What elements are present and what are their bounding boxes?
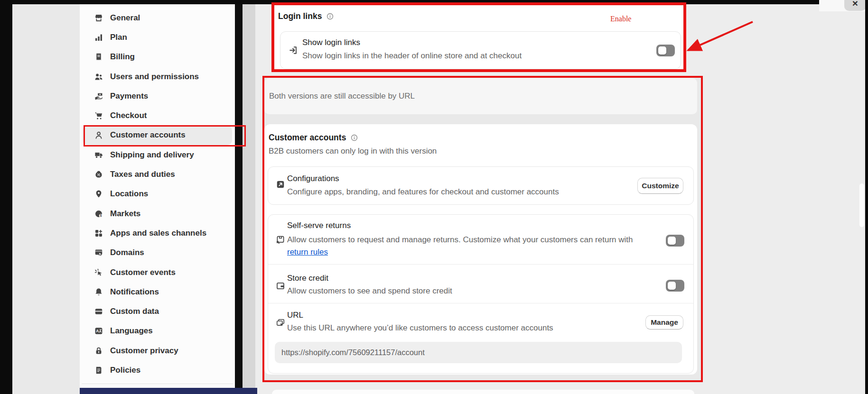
customer-accounts-title: Customer accounts: [269, 133, 346, 143]
configurations-title: Configurations: [287, 174, 339, 183]
domains-icon: [94, 248, 103, 257]
sidebar-item-label: Locations: [110, 189, 148, 199]
sidebar-item-shipping-and-delivery[interactable]: Shipping and delivery: [83, 145, 232, 165]
svg-text:$: $: [100, 214, 102, 218]
sidebar-item-custom-data[interactable]: Custom data: [83, 302, 232, 321]
account-url-field[interactable]: https://shopify.com/75609211157/account: [275, 342, 682, 363]
window-frame-right: [865, 0, 868, 394]
sidebar-item-apps-and-sales-channels[interactable]: Apps and sales channels: [83, 223, 232, 243]
sidebar-item-customer-privacy[interactable]: Customer privacy: [83, 341, 232, 360]
locations-icon: [94, 189, 103, 199]
sidebar-item-label: Markets: [110, 209, 140, 219]
taxes-icon: [94, 170, 103, 179]
sidebar-item-label: Policies: [110, 366, 140, 375]
sidebar-item-users-and-permissions[interactable]: Users and permissions: [83, 67, 232, 86]
sidebar-item-domains[interactable]: Domains: [83, 243, 232, 263]
sidebar-item-markets[interactable]: $ Markets: [83, 204, 232, 223]
url-title: URL: [287, 311, 303, 320]
settings-nav: General Plan Billing Users and permissio…: [80, 8, 235, 380]
markets-icon: $: [94, 209, 103, 219]
wallet-icon: [275, 281, 286, 291]
apps-icon: [94, 229, 103, 238]
sidebar-item-locations[interactable]: Locations: [83, 184, 232, 204]
sidebar-item-payments[interactable]: Payments: [83, 86, 232, 106]
shipping-icon: [94, 150, 103, 160]
show-login-links-card: Show login links Show login links in the…: [280, 31, 681, 69]
sidebar-item-label: Shipping and delivery: [110, 150, 194, 160]
account-features-card: Self-serve returns Allow customers to re…: [268, 214, 694, 374]
url-copy-icon: [275, 318, 286, 328]
sidebar-item-customer-accounts[interactable]: Customer accounts: [83, 126, 232, 145]
sidebar-divider: [82, 384, 233, 384]
self-serve-returns-description: Allow customers to request and manage re…: [287, 234, 642, 258]
sidebar-item-label: Custom data: [110, 307, 159, 316]
sidebar-item-plan[interactable]: Plan: [83, 27, 232, 47]
background-window-strip: [80, 388, 257, 394]
customer-accounts-card: Customer accounts B2B customers can only…: [264, 124, 697, 375]
sidebar-item-customer-events[interactable]: Customer events: [83, 263, 232, 282]
customer-events-icon: [94, 268, 103, 277]
sidebar-item-label: Customer accounts: [110, 130, 186, 140]
store-credit-toggle[interactable]: [666, 280, 684, 292]
sidebar-item-label: Apps and sales channels: [110, 229, 206, 238]
window-seam: [235, 4, 243, 388]
configurations-card: Configurations Configure apps, branding,…: [268, 166, 694, 205]
configurations-icon: [275, 179, 286, 190]
enable-annotation: Enable: [610, 15, 631, 23]
sidebar-item-label: Billing: [110, 52, 135, 62]
scrollbar-thumb[interactable]: [859, 183, 864, 227]
sidebar-item-policies[interactable]: Policies: [83, 360, 232, 380]
annotation-box-login-links: Login links Enable Show login links Show…: [271, 2, 686, 72]
row-divider: [268, 303, 693, 303]
annotation-arrow: [678, 16, 758, 56]
shopify-settings-window: General Plan Billing Users and permissio…: [0, 0, 868, 394]
sidebar-item-label: Customer privacy: [110, 346, 178, 356]
sidebar-item-checkout[interactable]: Checkout: [83, 106, 232, 125]
notifications-icon: [94, 287, 103, 297]
annotation-box-customer-accounts: Both versions are still accessible by UR…: [262, 76, 703, 382]
manage-button[interactable]: Manage: [645, 315, 683, 330]
sidebar-item-taxes-and-duties[interactable]: Taxes and duties: [83, 165, 232, 184]
users-icon: [94, 72, 103, 82]
sidebar-item-languages[interactable]: A Languages: [83, 321, 232, 341]
plan-icon: [94, 33, 103, 42]
row-divider: [268, 264, 693, 265]
close-button[interactable]: ×: [844, 0, 866, 11]
next-section-card-partial: [272, 390, 694, 394]
accessibility-banner: Both versions are still accessible by UR…: [264, 78, 697, 114]
checkout-icon: [94, 111, 103, 120]
configurations-description: Configure apps, branding, and features f…: [287, 187, 559, 197]
self-serve-returns-title: Self-serve returns: [287, 221, 351, 230]
customer-accounts-icon: [94, 130, 103, 140]
account-url-value: https://shopify.com/75609211157/account: [281, 348, 425, 357]
sidebar-item-label: Checkout: [110, 111, 147, 120]
customer-accounts-subtitle: B2B customers can only log in with this …: [269, 147, 437, 156]
settings-sidebar: General Plan Billing Users and permissio…: [80, 4, 235, 388]
sidebar-item-billing[interactable]: Billing: [83, 47, 232, 67]
info-icon[interactable]: [350, 134, 358, 142]
payments-icon: [94, 92, 103, 101]
store-icon: [94, 13, 103, 23]
sidebar-item-label: Languages: [110, 326, 153, 336]
info-icon[interactable]: [326, 12, 334, 20]
returns-package-icon: [275, 234, 286, 245]
languages-icon: A: [94, 326, 103, 336]
login-arrow-icon: [288, 45, 299, 55]
sidebar-item-label: Plan: [110, 33, 127, 42]
window-frame-left: [0, 0, 12, 394]
customize-button[interactable]: Customize: [637, 178, 683, 194]
banner-text: Both versions are still accessible by UR…: [269, 92, 415, 101]
login-links-title: Login links: [278, 11, 322, 21]
custom-data-icon: [94, 307, 103, 316]
sidebar-item-general[interactable]: General: [83, 8, 232, 27]
window-seam-shadow: [243, 4, 255, 388]
self-serve-returns-toggle[interactable]: [666, 235, 684, 247]
sidebar-item-notifications[interactable]: Notifications: [83, 282, 232, 302]
show-login-links-toggle[interactable]: [656, 45, 675, 56]
return-rules-link[interactable]: return rules: [287, 247, 328, 257]
svg-text:A: A: [96, 329, 99, 333]
privacy-icon: [94, 346, 103, 356]
sidebar-item-label: Users and permissions: [110, 72, 199, 82]
sidebar-item-label: Payments: [110, 92, 148, 101]
sidebar-item-label: Customer events: [110, 268, 176, 277]
